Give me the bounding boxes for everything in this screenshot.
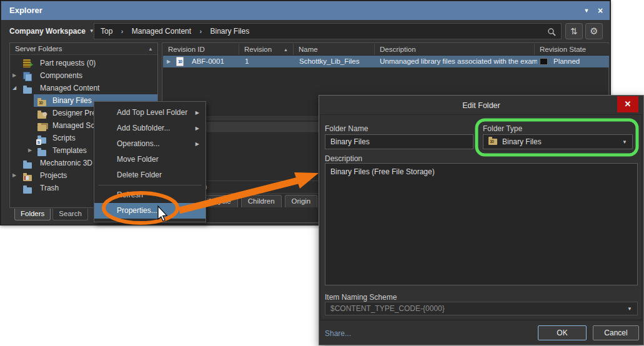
breadcrumb: Top › Managed Content › Binary Files	[94, 23, 562, 39]
tree-item-part-requests[interactable]: Part requests (0)	[10, 57, 157, 69]
folder-type-label: Folder Type	[483, 124, 522, 133]
close-icon: ✕	[625, 99, 632, 109]
sync-icon: ⇅	[570, 26, 578, 36]
tab-origin[interactable]: Origin	[285, 195, 318, 207]
ok-button[interactable]: OK	[538, 325, 587, 340]
tree-item-components[interactable]: ▶ Components	[10, 69, 157, 82]
item-naming-scheme-value: $CONTENT_TYPE_CODE-{0000}	[330, 304, 445, 313]
dialog-footer-divider	[319, 320, 643, 321]
sync-button[interactable]: ⇅	[565, 23, 583, 39]
table-row[interactable]: ▶ 10 ABF-0001 1 Schottky_Lib_Files Unman…	[163, 56, 609, 67]
breadcrumb-managed-content[interactable]: Managed Content	[132, 27, 191, 36]
panel-title: Explorer	[9, 6, 42, 15]
cell-revision: 1	[245, 56, 249, 67]
column-revision-state[interactable]: Revision State	[535, 44, 609, 55]
panel-close-icon[interactable]: ×	[595, 1, 606, 20]
tree-item-label: Part requests (0)	[40, 57, 96, 69]
cell-revision-state: Planned	[553, 56, 580, 67]
expand-collapsed-icon[interactable]: ▶	[28, 144, 32, 157]
screenshot-page: Explorer ▼ × Company Workspace▼ Top › Ma…	[0, 0, 644, 346]
tree-item-label: Projects	[40, 169, 67, 182]
item-naming-scheme-dropdown[interactable]: $CONTENT_TYPE_CODE-{0000} ▼	[325, 302, 638, 315]
binary-document-icon: 10	[176, 57, 184, 66]
gear-icon: ⚙	[590, 26, 598, 36]
sidebar-tab-bar: Folders Search	[14, 209, 88, 220]
tree-item-label: Binary Files	[52, 94, 92, 107]
folder-context-menu: Add Top Level Folder ▶ Add Subfolder... …	[94, 101, 206, 222]
part-requests-icon	[23, 59, 31, 67]
folder-icon	[23, 87, 32, 94]
column-revision-id[interactable]: Revision ID	[163, 44, 239, 55]
expand-collapsed-icon[interactable]: ▶	[12, 169, 16, 182]
tree-item-label: Trash	[40, 182, 59, 194]
cell-description: Unmanaged library files associated with …	[380, 56, 537, 67]
tab-search[interactable]: Search	[52, 209, 87, 220]
submenu-arrow-icon: ▶	[196, 136, 199, 152]
folder-icon	[37, 150, 46, 156]
tree-item-label: Mechatronic 3D M	[40, 157, 101, 169]
script-folder-icon	[37, 137, 46, 144]
menu-item-refresh[interactable]: Refresh	[94, 187, 206, 203]
column-name[interactable]: Name	[294, 44, 375, 55]
menu-item-label: Add Top Level Folder	[117, 108, 187, 117]
detail-tab-bar: Lifecycle Children Origin	[196, 195, 317, 207]
folder-type-value: Binary Files	[502, 137, 542, 146]
settings-button[interactable]: ⚙	[585, 23, 603, 39]
edit-folder-dialog: Edit Folder ✕ Folder Name Binary Files F…	[319, 95, 644, 345]
submenu-arrow-icon: ▶	[196, 121, 199, 136]
column-revision[interactable]: Revision ▲	[239, 44, 294, 55]
tab-children[interactable]: Children	[241, 195, 282, 207]
tree-item-label: Managed Content	[40, 82, 99, 94]
panel-menu-caret-icon[interactable]: ▼	[581, 1, 592, 20]
description-textarea[interactable]: Binary Files (Free File Storage)	[325, 163, 638, 285]
breadcrumb-separator-icon: ›	[121, 27, 124, 35]
description-label: Description	[325, 154, 362, 163]
breadcrumb-separator-icon: ›	[199, 27, 202, 35]
server-folders-title: Server Folders	[15, 45, 62, 52]
menu-item-properties[interactable]: Properties...	[94, 203, 206, 219]
folder-icon	[23, 187, 32, 194]
tab-folders[interactable]: Folders	[14, 209, 51, 220]
menu-item-delete-folder[interactable]: Delete Folder	[94, 167, 206, 183]
chevron-down-icon: ▼	[627, 302, 632, 316]
workspace-selector[interactable]: Company Workspace▼	[9, 23, 94, 39]
column-label: Revision	[244, 46, 272, 53]
tree-item-label: Components	[40, 69, 82, 82]
preferences-folder-icon	[37, 112, 46, 119]
menu-item-move-folder[interactable]: Move Folder	[94, 152, 206, 167]
cell-revision-id: ABF-0001	[192, 56, 224, 67]
server-folders-header: Server Folders ▲	[10, 43, 157, 55]
menu-item-add-subfolder[interactable]: Add Subfolder... ▶	[94, 121, 206, 136]
sort-ascending-icon: ▲	[284, 44, 288, 56]
cancel-button[interactable]: Cancel	[593, 325, 639, 340]
chevron-down-icon: ▼	[622, 135, 627, 150]
item-naming-scheme-label: Item Naming Scheme	[325, 293, 397, 302]
share-link[interactable]: Share...	[325, 329, 351, 338]
breadcrumb-binary-files[interactable]: Binary Files	[210, 27, 249, 36]
menu-item-label: Properties...	[117, 206, 157, 215]
expand-collapsed-icon[interactable]: ▶	[167, 56, 171, 67]
cell-name: Schottky_Lib_Files	[299, 56, 360, 67]
tree-item-label: Scripts	[52, 132, 76, 144]
binary-folder-icon	[488, 139, 497, 145]
expand-expanded-icon[interactable]: ◢	[12, 82, 16, 94]
tree-item-managed-content[interactable]: ◢ Managed Content	[10, 82, 157, 94]
dialog-title: Edit Folder	[319, 101, 643, 110]
column-description[interactable]: Description	[375, 44, 535, 55]
binary-folder-icon	[37, 100, 46, 106]
tree-item-label: Templates	[52, 144, 87, 157]
collapse-icon[interactable]: ▲	[148, 43, 153, 55]
dialog-close-button[interactable]: ✕	[617, 96, 638, 112]
breadcrumb-top[interactable]: Top	[101, 27, 112, 36]
folder-type-dropdown[interactable]: Binary Files ▼	[483, 134, 633, 149]
menu-item-label: Delete Folder	[117, 171, 162, 179]
expand-collapsed-icon[interactable]: ▶	[12, 69, 16, 82]
menu-item-operations[interactable]: Operations... ▶	[94, 136, 206, 152]
search-icon[interactable]	[547, 27, 557, 42]
tree-item-label: Designer Pref	[52, 107, 98, 119]
explorer-titlebar: Explorer ▼ ×	[1, 1, 610, 20]
menu-separator	[98, 185, 202, 185]
menu-item-add-top-level-folder[interactable]: Add Top Level Folder ▶	[94, 105, 206, 121]
revision-state-swatch	[540, 58, 548, 65]
folder-name-input[interactable]: Binary Files	[325, 134, 473, 149]
